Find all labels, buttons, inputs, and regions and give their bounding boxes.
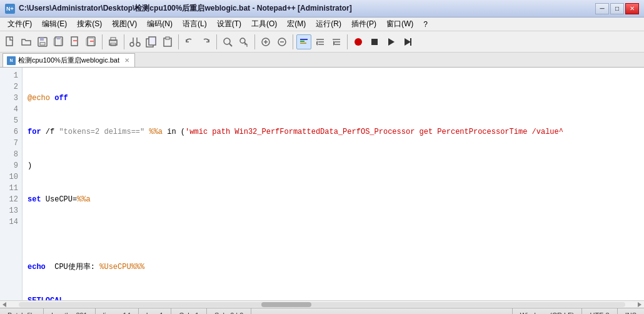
menu-encoding[interactable]: 编码(N) — [142, 18, 178, 31]
menu-macro[interactable]: 宏(M) — [282, 18, 311, 31]
scroll-right-arrow[interactable] — [635, 301, 644, 308]
scrollbar-thumb[interactable] — [261, 302, 311, 307]
svg-point-23 — [240, 38, 245, 43]
code-line-1: @echo off — [28, 93, 639, 104]
scrollbar-track[interactable] — [19, 302, 625, 307]
toolbar-open[interactable] — [19, 34, 34, 49]
toolbar-new[interactable] — [3, 34, 18, 49]
line-number-10: 10 — [3, 171, 18, 183]
svg-point-16 — [136, 43, 140, 46]
status-filetype: Batch file — [0, 308, 44, 314]
line-number-5: 5 — [3, 115, 18, 126]
status-col: Col : 1 — [171, 308, 207, 314]
line-number-11: 11 — [3, 183, 18, 194]
tab-bar: N 检测cpu100%后重启weblogic.bat ✕ — [0, 53, 644, 68]
toolbar-close-all[interactable] — [84, 34, 99, 49]
menu-plugins[interactable]: 插件(P) — [346, 18, 381, 31]
status-lines: lines : 14 — [96, 308, 139, 314]
line-number-9: 9 — [3, 160, 18, 171]
tab-file-icon: N — [7, 56, 16, 65]
status-length: length : 391 — [44, 308, 96, 314]
toolbar-copy[interactable] — [144, 34, 159, 49]
menu-bar: 文件(F) 编辑(E) 搜索(S) 视图(V) 编码(N) 语言(L) 设置(T… — [0, 18, 644, 31]
line-number-4: 4 — [3, 104, 18, 115]
line-number-7: 7 — [3, 138, 18, 149]
toolbar-undo[interactable] — [182, 34, 197, 49]
svg-marker-46 — [638, 302, 641, 307]
line-number-14: 14 — [3, 216, 18, 228]
status-bar: Batch file length : 391 lines : 14 Ln : … — [0, 308, 644, 314]
toolbar-close[interactable] — [68, 34, 83, 49]
menu-view[interactable]: 视图(V) — [107, 18, 142, 31]
line-number-8: 8 — [3, 149, 18, 160]
line-number-1: 1 — [3, 70, 18, 81]
toolbar-replace[interactable] — [236, 34, 251, 49]
code-line-5 — [28, 228, 639, 239]
tab-label: 检测cpu100%后重启weblogic.bat — [18, 56, 119, 65]
title-bar-left: N+ C:\Users\Administrator\Desktop\检测cpu1… — [5, 3, 352, 14]
window-controls: ─ □ ✕ — [595, 3, 639, 14]
menu-search[interactable]: 搜索(S) — [72, 18, 107, 31]
svg-rect-41 — [371, 39, 378, 45]
separator-3 — [178, 34, 179, 49]
svg-rect-30 — [299, 37, 309, 47]
code-line-3: ) — [28, 160, 639, 171]
svg-line-22 — [229, 44, 232, 46]
tab-close-button[interactable]: ✕ — [124, 57, 129, 64]
close-button[interactable]: ✕ — [625, 3, 639, 14]
toolbar-macro-rec[interactable] — [351, 34, 366, 49]
toolbar-macro-stop[interactable] — [367, 34, 382, 49]
toolbar-paste[interactable] — [160, 34, 175, 49]
status-insert-mode: INS — [618, 308, 644, 314]
line-number-12: 12 — [3, 194, 18, 205]
menu-file[interactable]: 文件(F) — [3, 18, 37, 31]
toolbar-unindent[interactable] — [329, 34, 344, 49]
menu-window[interactable]: 窗口(W) — [381, 18, 418, 31]
separator-7 — [347, 34, 348, 49]
title-bar: N+ C:\Users\Administrator\Desktop\检测cpu1… — [0, 0, 644, 18]
toolbar-macro-play[interactable] — [383, 34, 398, 49]
line-number-3: 3 — [3, 93, 18, 104]
file-tab[interactable]: N 检测cpu100%后重启weblogic.bat ✕ — [3, 53, 135, 67]
svg-rect-6 — [57, 37, 60, 39]
line-number-6: 6 — [3, 126, 18, 138]
code-line-2: for /f "tokens=2 delims==" %%a in ('wmic… — [28, 126, 639, 138]
title-text: C:\Users\Administrator\Desktop\检测cpu100%… — [19, 3, 352, 14]
svg-marker-43 — [405, 38, 411, 46]
separator-1 — [102, 34, 103, 49]
menu-help[interactable]: ? — [418, 19, 433, 30]
svg-point-40 — [355, 38, 362, 46]
svg-marker-42 — [388, 38, 395, 46]
toolbar-macro-save[interactable] — [400, 34, 415, 49]
maximize-button[interactable]: □ — [610, 3, 624, 14]
menu-language[interactable]: 语言(L) — [178, 18, 212, 31]
separator-6 — [293, 34, 293, 49]
toolbar-redo[interactable] — [198, 34, 213, 49]
toolbar-zoom-in[interactable] — [258, 34, 273, 49]
toolbar-cut[interactable] — [128, 34, 143, 49]
scroll-left-arrow[interactable] — [0, 301, 9, 308]
svg-point-21 — [224, 38, 230, 44]
menu-edit[interactable]: 编辑(E) — [37, 18, 72, 31]
toolbar — [0, 31, 644, 53]
toolbar-syntax-panel[interactable] — [296, 34, 311, 49]
horizontal-scrollbar[interactable] — [0, 300, 644, 308]
menu-tools[interactable]: 工具(O) — [246, 18, 282, 31]
toolbar-print[interactable] — [106, 34, 121, 49]
status-fill — [251, 308, 512, 314]
code-content[interactable]: @echo off for /f "tokens=2 delims==" %%a… — [23, 68, 644, 300]
toolbar-find[interactable] — [220, 34, 235, 49]
svg-rect-3 — [40, 43, 45, 45]
menu-run[interactable]: 运行(R) — [311, 18, 346, 31]
toolbar-indent[interactable] — [313, 34, 328, 49]
toolbar-zoom-out[interactable] — [274, 34, 289, 49]
code-line-7: SETLOCAL — [28, 295, 639, 300]
toolbar-save-all[interactable] — [51, 34, 66, 49]
minimize-button[interactable]: ─ — [595, 3, 609, 14]
svg-rect-20 — [166, 37, 169, 39]
separator-5 — [254, 34, 255, 49]
toolbar-save[interactable] — [35, 34, 50, 49]
svg-rect-0 — [6, 37, 13, 46]
menu-settings[interactable]: 设置(T) — [212, 18, 246, 31]
code-editor[interactable]: 1234567891011121314 @echo off for /f "to… — [0, 68, 644, 300]
